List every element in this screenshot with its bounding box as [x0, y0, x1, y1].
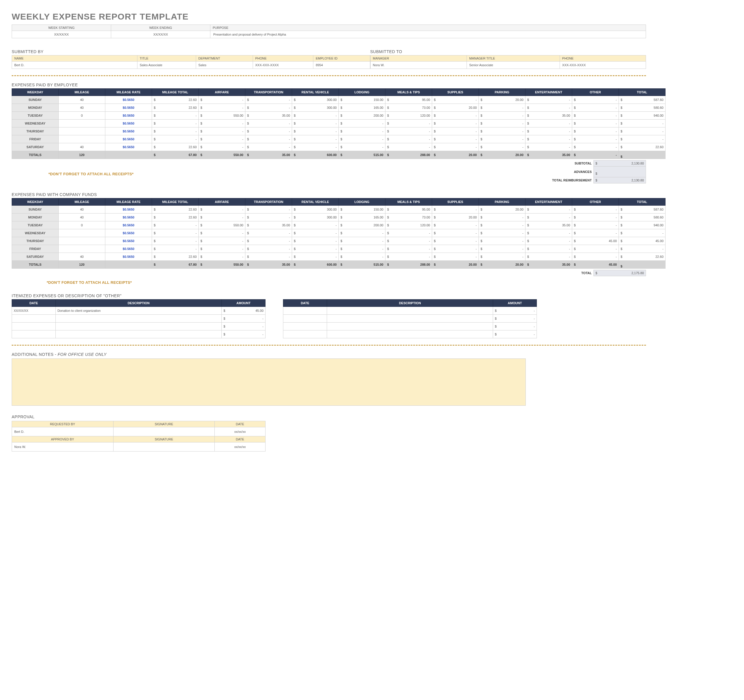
money-cell[interactable]: - — [432, 112, 479, 120]
money-cell[interactable]: 300.00 — [292, 214, 339, 221]
money-cell[interactable]: - — [572, 96, 619, 104]
money-cell[interactable]: 587.60 — [619, 96, 665, 104]
itemized-date[interactable] — [283, 323, 327, 330]
mileage-cell[interactable] — [59, 229, 105, 237]
money-cell[interactable]: - — [292, 135, 339, 143]
money-cell[interactable]: - — [292, 112, 339, 120]
itemized-amt[interactable]: - — [222, 330, 265, 338]
money-cell[interactable]: 200.00 — [339, 221, 385, 229]
money-cell[interactable]: - — [339, 237, 385, 245]
st-mgr[interactable]: Nora W. — [370, 61, 467, 69]
sb-emp[interactable]: 8954 — [313, 61, 370, 69]
money-cell[interactable]: - — [619, 135, 665, 143]
money-cell[interactable]: 35.00 — [525, 221, 572, 229]
mileage-cell[interactable]: 40 — [59, 96, 105, 104]
money-cell[interactable]: - — [339, 253, 385, 261]
money-cell[interactable]: 20.00 — [432, 104, 479, 112]
week-ending-value[interactable]: XX/XX/XX — [111, 31, 210, 38]
itemized-date[interactable] — [12, 315, 56, 323]
money-cell[interactable]: - — [339, 143, 385, 151]
itemized-date[interactable] — [12, 330, 56, 338]
itemized-desc[interactable]: Donation to client organization — [56, 307, 222, 315]
money-cell[interactable]: - — [292, 229, 339, 237]
approval-req-sig[interactable] — [113, 427, 215, 436]
money-cell[interactable]: 22.60 — [152, 96, 199, 104]
money-cell[interactable]: - — [199, 128, 246, 135]
money-cell[interactable]: - — [572, 128, 619, 135]
money-cell[interactable]: - — [479, 104, 525, 112]
money-cell[interactable]: - — [432, 245, 479, 253]
mileage-cell[interactable] — [59, 120, 105, 128]
money-cell[interactable]: - — [246, 206, 292, 214]
money-cell[interactable]: - — [479, 229, 525, 237]
money-cell[interactable]: - — [432, 143, 479, 151]
itemized-date[interactable] — [283, 307, 327, 315]
money-cell[interactable]: - — [246, 237, 292, 245]
money-cell[interactable]: - — [292, 143, 339, 151]
money-cell[interactable]: - — [152, 237, 199, 245]
money-cell[interactable]: - — [152, 128, 199, 135]
itemized-desc[interactable] — [327, 307, 493, 315]
money-cell[interactable]: - — [199, 120, 246, 128]
mileage-cell[interactable]: 40 — [59, 253, 105, 261]
money-cell[interactable]: - — [525, 143, 572, 151]
money-cell[interactable]: - — [432, 128, 479, 135]
money-cell[interactable]: - — [525, 229, 572, 237]
sb-name[interactable]: Bert D. — [12, 61, 137, 69]
money-cell[interactable]: 20.00 — [432, 214, 479, 221]
money-cell[interactable]: - — [199, 245, 246, 253]
money-cell[interactable]: 22.60 — [619, 143, 665, 151]
money-cell[interactable]: - — [292, 253, 339, 261]
money-cell[interactable]: - — [152, 112, 199, 120]
money-cell[interactable]: - — [432, 135, 479, 143]
money-cell[interactable]: - — [572, 214, 619, 221]
mileage-cell[interactable] — [59, 135, 105, 143]
money-cell[interactable]: 20.00 — [479, 206, 525, 214]
money-cell[interactable]: - — [292, 237, 339, 245]
money-cell[interactable]: 150.00 — [339, 206, 385, 214]
money-cell[interactable]: - — [246, 96, 292, 104]
money-cell[interactable]: - — [432, 237, 479, 245]
money-cell[interactable]: - — [246, 214, 292, 221]
money-cell[interactable]: - — [525, 104, 572, 112]
itemized-desc[interactable] — [56, 330, 222, 338]
money-cell[interactable]: - — [479, 221, 525, 229]
mileage-cell[interactable] — [59, 128, 105, 135]
itemized-desc[interactable] — [327, 330, 493, 338]
money-cell[interactable]: - — [572, 135, 619, 143]
advances-value[interactable] — [594, 166, 646, 177]
money-cell[interactable]: - — [432, 206, 479, 214]
money-cell[interactable]: - — [479, 245, 525, 253]
money-cell[interactable]: - — [479, 112, 525, 120]
itemized-desc[interactable] — [327, 323, 493, 330]
money-cell[interactable]: - — [572, 206, 619, 214]
money-cell[interactable]: 580.60 — [619, 104, 665, 112]
money-cell[interactable]: - — [199, 104, 246, 112]
mileage-cell[interactable]: 40 — [59, 143, 105, 151]
money-cell[interactable]: - — [246, 135, 292, 143]
money-cell[interactable]: 580.60 — [619, 214, 665, 221]
notes-box[interactable] — [12, 358, 526, 406]
purpose-value[interactable]: Presentation and proposal delivery of Pr… — [210, 31, 646, 38]
money-cell[interactable]: - — [292, 120, 339, 128]
money-cell[interactable]: 150.00 — [339, 96, 385, 104]
money-cell[interactable]: 35.00 — [246, 221, 292, 229]
money-cell[interactable]: - — [152, 135, 199, 143]
money-cell[interactable]: 73.00 — [385, 104, 432, 112]
money-cell[interactable]: - — [152, 229, 199, 237]
money-cell[interactable]: 73.00 — [385, 214, 432, 221]
money-cell[interactable]: - — [525, 96, 572, 104]
money-cell[interactable]: - — [385, 143, 432, 151]
money-cell[interactable]: - — [619, 245, 665, 253]
money-cell[interactable]: - — [385, 245, 432, 253]
mileage-cell[interactable]: 40 — [59, 206, 105, 214]
money-cell[interactable]: - — [199, 96, 246, 104]
money-cell[interactable]: - — [385, 128, 432, 135]
money-cell[interactable]: 22.60 — [152, 206, 199, 214]
money-cell[interactable]: 45.00 — [572, 237, 619, 245]
itemized-amt[interactable]: 45.00 — [222, 307, 265, 315]
money-cell[interactable]: 587.60 — [619, 206, 665, 214]
money-cell[interactable]: 300.00 — [292, 206, 339, 214]
itemized-date[interactable] — [283, 330, 327, 338]
money-cell[interactable]: - — [479, 237, 525, 245]
